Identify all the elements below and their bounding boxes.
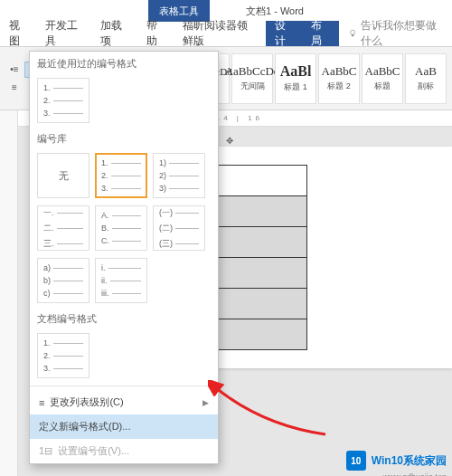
- format-arabic-dot[interactable]: 1. 2. 3.: [95, 153, 147, 198]
- numbering-dropdown: 最近使用过的编号格式 1. 2. 3. 编号库 无 1. 2. 3. 1) 2)…: [29, 51, 219, 464]
- tab-foxit[interactable]: 福昕阅读器领鲜版: [174, 21, 266, 46]
- set-value-icon: 1⊟: [39, 445, 52, 457]
- menu-change-list-level[interactable]: ≡ 更改列表级别(C) ▶: [30, 390, 218, 414]
- ribbon-tabs: 视图 开发工具 加载项 帮助 福昕阅读器领鲜版 设计 布局 告诉我你想要做什么: [0, 22, 452, 47]
- watermark-text: Win10系统家园: [372, 453, 447, 469]
- tab-addins[interactable]: 加载项: [91, 21, 137, 46]
- menu-set-numbering-value: 1⊟ 设置编号值(V)...: [30, 439, 218, 463]
- style-subtitle[interactable]: AaB副标: [405, 53, 447, 104]
- tell-me-placeholder: 告诉我你想要做什么: [361, 18, 443, 49]
- align-left-button[interactable]: ≡: [5, 80, 24, 96]
- level-icon: ≡: [39, 397, 44, 408]
- tab-view[interactable]: 视图: [0, 21, 36, 46]
- bullets-button[interactable]: •≡: [5, 62, 24, 78]
- format-doc-arabic-dot[interactable]: 1. 2. 3.: [37, 333, 89, 378]
- format-latin-lower-paren[interactable]: a) b) c): [37, 258, 89, 303]
- format-none[interactable]: 无: [37, 153, 89, 198]
- watermark: 10 Win10系统家园 www.qdhuajie.top: [346, 451, 447, 471]
- vertical-ruler[interactable]: [0, 110, 18, 476]
- tab-developer[interactable]: 开发工具: [36, 21, 91, 46]
- menu-define-new-format[interactable]: 定义新编号格式(D)...: [30, 414, 218, 439]
- styles-gallery[interactable]: AaBbCcDd正文 AaBbCcDd无间隔 AaBl标题 1 AaBbC标题 …: [188, 53, 447, 104]
- svg-point-0: [350, 30, 354, 34]
- dropdown-section-library: 编号库: [30, 127, 218, 149]
- watermark-logo-icon: 10: [346, 451, 366, 471]
- dropdown-section-recent: 最近使用过的编号格式: [30, 52, 218, 74]
- format-latin-caps[interactable]: A. B. C.: [95, 205, 147, 251]
- dropdown-separator: [30, 386, 218, 386]
- format-roman-lower[interactable]: i. ii. iii.: [95, 258, 147, 303]
- format-cn-paren[interactable]: (一) (二) (三): [153, 205, 205, 251]
- style-heading2[interactable]: AaBbC标题 2: [318, 53, 360, 104]
- format-cn-caps[interactable]: 一. 二. 三.: [37, 205, 89, 251]
- menu-label: 设置编号值(V)...: [58, 444, 129, 458]
- submenu-arrow-icon: ▶: [202, 398, 209, 407]
- menu-label: 更改列表级别(C): [50, 395, 123, 409]
- tab-help[interactable]: 帮助: [137, 21, 174, 46]
- tab-table-layout[interactable]: 布局: [302, 21, 338, 46]
- watermark-url: www.qdhuajie.top: [382, 472, 447, 476]
- document-title: 文档1 - Word: [246, 5, 304, 18]
- dropdown-section-docformats: 文档编号格式: [30, 307, 218, 329]
- format-arabic-paren[interactable]: 1) 2) 3): [153, 153, 205, 198]
- style-nospacing[interactable]: AaBbCcDd无间隔: [231, 53, 273, 104]
- menu-label: 定义新编号格式(D)...: [39, 420, 130, 433]
- tell-me-search[interactable]: 告诉我你想要做什么: [339, 21, 452, 46]
- svg-rect-1: [351, 34, 353, 36]
- format-recent-arabic-dot[interactable]: 1. 2. 3.: [37, 78, 89, 123]
- tab-table-design[interactable]: 设计: [266, 21, 302, 46]
- bulb-icon: [348, 28, 357, 39]
- style-heading1[interactable]: AaBl标题 1: [275, 53, 316, 104]
- style-title[interactable]: AaBbC标题: [362, 53, 403, 104]
- table-anchor-icon[interactable]: ✥: [226, 136, 233, 146]
